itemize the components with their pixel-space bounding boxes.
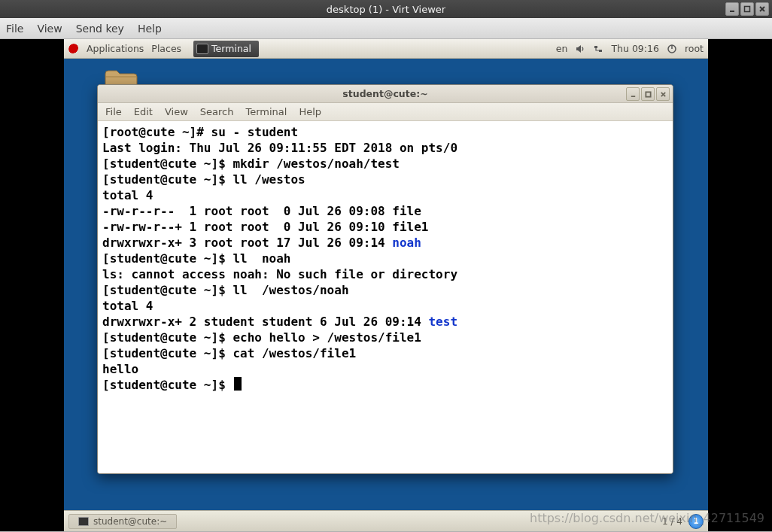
minimize-button[interactable] [725,2,739,16]
volume-icon[interactable] [575,44,585,54]
menu-file[interactable]: File [6,23,23,35]
workspace-number[interactable]: 1 / 4 [662,516,682,527]
window-title: desktop (1) - Virt Viewer [3,4,769,15]
taskbar-item-label: student@cute:~ [93,516,167,527]
terminal-line: hello [102,361,668,377]
menu-sendkey[interactable]: Send key [76,23,124,35]
terminal-window-controls [626,87,670,101]
maximize-button[interactable] [740,2,754,16]
panel-applications[interactable]: Applications [87,43,144,54]
workspace-indicator: 1 / 4 1 [662,514,704,529]
network-icon[interactable] [593,44,603,54]
terminal-maximize-button[interactable] [641,87,655,101]
term-menu-view[interactable]: View [165,106,188,117]
terminal-line: drwxrwxr-x+ 3 root root 17 Jul 26 09:14 … [102,235,668,251]
svg-rect-4 [594,46,597,48]
terminal-line: -rw-rw-r--+ 1 root root 0 Jul 26 09:10 f… [102,219,668,235]
guest-screen: Applications Places Terminal en Thu [64,39,708,531]
terminal-line: [student@cute ~]$ echo hello > /westos/f… [102,330,668,345]
terminal-line: total 4 [102,298,668,314]
outer-menubar: File View Send key Help [0,18,772,39]
term-menu-edit[interactable]: Edit [134,106,153,117]
virt-viewer-window: desktop (1) - Virt Viewer File View Send… [0,0,772,532]
gnome-top-panel: Applications Places Terminal en Thu [64,39,708,59]
active-app-tab[interactable]: Terminal [193,41,259,57]
gnome-bottom-panel: student@cute:~ 1 / 4 1 [64,510,708,531]
terminal-line: total 4 [102,187,668,203]
svg-rect-9 [646,92,650,96]
taskbar-item-terminal[interactable]: student@cute:~ [68,514,177,529]
term-menu-help[interactable]: Help [299,106,321,117]
active-app-label: Terminal [211,43,251,54]
terminal-line: [student@cute ~]$ ll noah [102,251,668,266]
panel-places[interactable]: Places [151,43,181,54]
terminal-line: Last login: Thu Jul 26 09:11:55 EDT 2018… [102,140,668,156]
term-menu-file[interactable]: File [105,106,122,117]
terminal-icon [196,44,208,54]
terminal-line: [student@cute ~]$ ll /westos [102,172,668,187]
menu-help[interactable]: Help [138,23,162,35]
terminal-body[interactable]: [root@cute ~]# su - studentLast login: T… [98,121,673,473]
terminal-line: drwxrwxr-x+ 2 student student 6 Jul 26 0… [102,314,668,330]
menu-view[interactable]: View [37,23,62,35]
power-icon[interactable] [667,44,677,54]
terminal-line: [root@cute ~]# su - student [102,124,668,140]
redhat-icon [68,44,79,54]
terminal-titlebar[interactable]: student@cute:~ [98,85,673,103]
terminal-title: student@cute:~ [98,88,673,99]
terminal-window: student@cute:~ File Edit View Search Ter… [97,84,673,474]
svg-rect-1 [745,7,750,12]
terminal-line: ls: cannot access noah: No such file or … [102,266,668,282]
terminal-minimize-button[interactable] [626,87,640,101]
panel-user[interactable]: root [685,43,704,54]
outer-titlebar[interactable]: desktop (1) - Virt Viewer [0,0,772,18]
terminal-line: [student@cute ~]$ ll /westos/noah [102,282,668,298]
keyboard-lang[interactable]: en [556,43,568,54]
terminal-icon [78,517,89,526]
guest-desktop[interactable]: student@cute:~ File Edit View Search Ter… [64,59,708,510]
terminal-line: [student@cute ~]$ [102,377,668,393]
guest-viewport: Applications Places Terminal en Thu [0,39,772,531]
terminal-menubar: File Edit View Search Terminal Help [98,103,673,121]
terminal-close-button[interactable] [656,87,670,101]
terminal-line: -rw-r--r-- 1 root root 0 Jul 26 09:08 fi… [102,203,668,219]
panel-clock[interactable]: Thu 09:16 [611,43,658,54]
term-menu-search[interactable]: Search [200,106,234,117]
terminal-line: [student@cute ~]$ cat /westos/file1 [102,345,668,361]
close-button[interactable] [755,2,769,16]
workspace-switcher-icon[interactable]: 1 [688,514,704,529]
terminal-line: [student@cute ~]$ mkdir /westos/noah/tes… [102,156,668,172]
terminal-cursor [234,377,242,391]
outer-window-controls [725,2,769,16]
term-menu-terminal[interactable]: Terminal [245,106,287,117]
